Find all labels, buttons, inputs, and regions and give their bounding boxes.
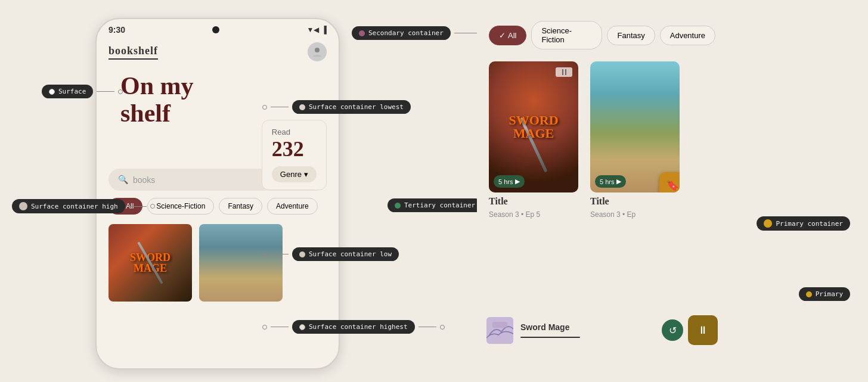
primary-dot (806, 291, 812, 297)
now-playing-bar: Sword Mage ↺ ⏸ (477, 308, 727, 352)
surface-high-line (129, 206, 147, 207)
surface-line (97, 91, 114, 92)
book-card-title-2: Title (590, 196, 609, 207)
book-card-subtitle-1: Season 3 • Ep 5 (489, 210, 540, 219)
genre-button[interactable]: Genre ▾ (272, 166, 317, 182)
surface-lowest-label: Surface container lowest (309, 103, 404, 111)
top-filter-row: ✓ All Science-Fiction Fantasy Adventure (477, 0, 727, 55)
secondary-label: Secondary container (368, 29, 444, 37)
tertiary-dot (395, 203, 401, 209)
secondary-pill: Secondary container (352, 26, 451, 40)
surface-highest-endpoint (440, 325, 445, 330)
book-cover-desert: 5 hrs ▶ 🔖 (590, 61, 680, 192)
top-scifi-label: Science-Fiction (541, 26, 572, 44)
pause-button[interactable]: ⏸ (688, 315, 718, 345)
phone-camera (212, 26, 219, 33)
surface-high-label: Surface container high (31, 203, 118, 210)
surface-high-endpoint (150, 204, 155, 209)
surface-highest-pill: Surface container highest (292, 320, 415, 334)
filter-chip-scifi[interactable]: Science-Fiction (147, 198, 214, 215)
book-card-sword[interactable]: SWORDMAGE 5 hrs ▶ Title Season 3 • Ep 5 (489, 61, 578, 219)
avatar[interactable] (308, 42, 327, 61)
annotation-surface-highest: Surface container highest (262, 320, 445, 334)
svg-point-0 (315, 48, 320, 52)
annotation-surface-high: Surface container high (12, 199, 155, 213)
filter-chip-adventure[interactable]: Adventure (267, 198, 318, 215)
np-info: Sword Mage (520, 322, 655, 338)
filter-fantasy-label: Fantasy (228, 202, 253, 210)
annotation-primary: Primary (799, 287, 850, 301)
play-icon: ▶ (515, 178, 520, 185)
surface-dot (49, 89, 55, 95)
annotation-surface-lowest: Surface container lowest (262, 100, 411, 114)
read-box: Read 232 Genre ▾ (262, 120, 327, 190)
desert-play-icon: ▶ (616, 178, 621, 185)
filter-chip-fantasy[interactable]: Fantasy (219, 198, 262, 215)
book-cover-sword: SWORDMAGE 5 hrs ▶ (489, 61, 578, 192)
tertiary-pill: Tertiary container (388, 198, 482, 212)
chevron-icon: ▾ (304, 170, 308, 179)
book-grid: SWORDMAGE (97, 215, 339, 311)
sword-time-badge: 5 hrs ▶ (494, 175, 525, 188)
top-chip-adventure[interactable]: Adventure (660, 26, 715, 45)
annotation-primary-container: Primary container (757, 216, 850, 231)
read-number: 232 (272, 136, 317, 162)
book-cards: SWORDMAGE 5 hrs ▶ Title Season 3 • Ep 5 (477, 55, 727, 225)
surface-low-dot (299, 251, 305, 257)
surface-highest-label: Surface container highest (309, 323, 408, 331)
surface-lowest-dot (299, 104, 305, 110)
sword-cover-title: SWORDMAGE (509, 114, 558, 140)
np-progress-bar (520, 337, 580, 338)
sword-cover-art: SWORDMAGE (489, 61, 578, 192)
filter-scifi-label: Science-Fiction (156, 202, 205, 210)
search-placeholder: books (133, 175, 155, 185)
np-controls: ↺ ⏸ (662, 315, 718, 345)
surface-highest-start (262, 325, 267, 330)
desert-time-badge: 5 hrs ▶ (595, 175, 626, 188)
top-chip-fantasy[interactable]: Fantasy (607, 26, 655, 45)
book-thumb-desert[interactable] (199, 224, 283, 302)
svg-rect-2 (492, 322, 507, 328)
annotation-surface-low: Surface container low (262, 247, 399, 261)
surface-high-dot (19, 202, 27, 210)
filter-adventure-label: Adventure (276, 202, 309, 210)
phone-icons: ▼◀ ▐ (307, 26, 327, 35)
primary-pill: Primary (799, 287, 850, 301)
desert-duration: 5 hrs (600, 178, 614, 185)
top-chip-scifi[interactable]: Science-Fiction (531, 21, 602, 49)
surface-low-pill: Surface container low (292, 247, 399, 261)
app-screen: ✓ All Science-Fiction Fantasy Adventure … (477, 0, 727, 382)
surface-low-label: Surface container low (309, 250, 392, 258)
top-adventure-label: Adventure (670, 31, 705, 40)
secondary-dot (359, 30, 365, 36)
surface-highest-line (271, 327, 289, 327)
primary-container-pill: Primary container (757, 216, 850, 231)
search-icon: 🔍 (118, 175, 128, 185)
surface-low-line (271, 254, 289, 254)
wifi-icon: ▐ (321, 26, 327, 35)
replay-button[interactable]: ↺ (662, 319, 683, 341)
top-chip-all[interactable]: ✓ All (489, 26, 526, 45)
primary-container-dot (764, 219, 772, 228)
surface-lowest-pill: Surface container lowest (292, 100, 411, 114)
primary-container-bookmark[interactable]: 🔖 (659, 172, 680, 192)
book-thumb-sword[interactable]: SWORDMAGE (108, 224, 192, 302)
signal-icon: ▼◀ (307, 26, 320, 35)
app-logo: bookshelf (108, 45, 158, 60)
book-card-desert[interactable]: 5 hrs ▶ 🔖 Title Season 3 • Ep (590, 61, 680, 219)
book-card-subtitle-2: Season 3 • Ep (590, 210, 636, 219)
book-menu-icon (556, 67, 572, 77)
surface-highest-dot (299, 324, 305, 330)
top-fantasy-label: Fantasy (617, 31, 644, 40)
surface-label: Surface (58, 88, 86, 95)
phone-time: 9:30 (108, 25, 125, 35)
read-label: Read (272, 128, 317, 136)
phone-header: bookshelf (97, 38, 339, 66)
genre-label: Genre (280, 170, 302, 179)
top-check-icon: ✓ (499, 31, 506, 40)
surface-low-start (262, 252, 267, 257)
annotation-secondary: Secondary container (352, 26, 484, 40)
primary-container-label: Primary container (776, 220, 843, 228)
phone-mockup: 9:30 ▼◀ ▐ bookshelf On my shelf Read 232… (95, 18, 340, 369)
np-title: Sword Mage (520, 322, 655, 332)
